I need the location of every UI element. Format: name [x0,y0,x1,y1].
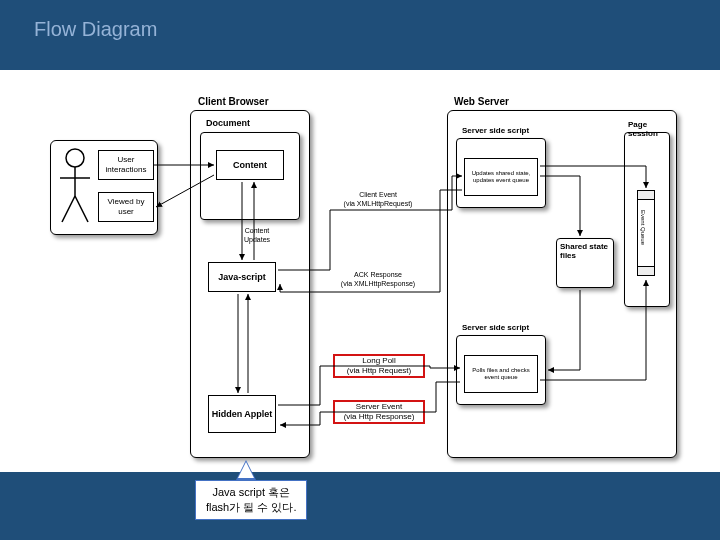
server-script-1-desc: Updates shared state, updates event queu… [464,158,538,196]
hidden-applet-box: Hidden Applet [208,395,276,433]
ack-response-label: ACK Response (via XMLHttpResponse) [333,270,423,288]
web-server-title: Web Server [454,96,509,107]
content-updates-label: Content Updates [232,226,282,244]
content-label: Content [233,160,267,171]
callout-box: Java script 혹은 flash가 될 수 있다. [195,480,307,520]
server-script-1-desc-label: Updates shared state, updates event queu… [465,170,537,184]
svg-point-0 [66,149,84,167]
viewed-by-user-label: Viewed by user [99,197,153,216]
long-poll-label: Long Poll (via Http Request) [347,356,411,375]
shared-state-title: Shared state files [560,242,610,260]
event-queue-slot-2 [637,266,655,276]
server-script-1-title: Server side script [462,126,542,135]
javascript-box: Java-script [208,262,276,292]
server-script-2-title: Server side script [462,323,542,332]
stick-figure-icon [58,148,92,226]
long-poll-box: Long Poll (via Http Request) [333,354,425,378]
javascript-label: Java-script [218,272,266,283]
event-queue-slot-1 [637,190,655,200]
event-queue-label: Event Queue [640,210,646,245]
server-event-label: Server Event (via Http Response) [344,402,415,421]
client-event-label: Client Event (via XMLHttpRequest) [333,190,423,208]
slide-title: Flow Diagram [34,18,157,41]
client-browser-title: Client Browser [198,96,269,107]
content-box: Content [216,150,284,180]
diagram-canvas: User interactions Viewed by user Client … [0,70,720,472]
user-interactions-box: User interactions [98,150,154,180]
svg-line-3 [62,196,75,222]
server-script-2-desc: Polls files and checks event queue [464,355,538,393]
viewed-by-user-box: Viewed by user [98,192,154,222]
svg-line-4 [75,196,88,222]
user-interactions-label: User interactions [99,155,153,174]
callout-arrow-icon [236,460,256,480]
server-event-box: Server Event (via Http Response) [333,400,425,424]
hidden-applet-label: Hidden Applet [212,409,273,420]
page-session-title: Page session [628,120,672,138]
server-script-2-desc-label: Polls files and checks event queue [465,367,537,381]
document-title: Document [206,118,250,128]
